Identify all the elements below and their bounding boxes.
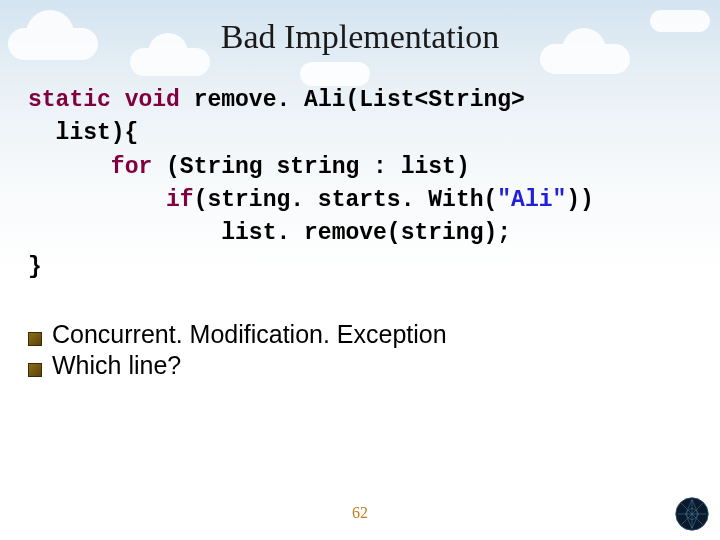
string-literal: "Ali" [497,187,566,213]
bullet-list: Concurrent. Modification. Exception Whic… [28,320,692,380]
slide-title: Bad Implementation [0,0,720,84]
list-item-text: Concurrent. Modification. Exception [52,320,447,349]
list-item-text: Which line? [52,351,181,380]
list-item: Concurrent. Modification. Exception [28,320,692,349]
kw-static: static [28,87,111,113]
code-block: static void remove. Ali(List<String> lis… [28,84,692,284]
kw-for: for [111,154,152,180]
list-item: Which line? [28,351,692,380]
slide-content: static void remove. Ali(List<String> lis… [0,84,720,380]
bullet-icon [28,332,42,346]
kw-void: void [125,87,180,113]
kw-if: if [166,187,194,213]
page-number: 62 [0,504,720,522]
bullet-icon [28,363,42,377]
logo-icon [674,496,710,532]
